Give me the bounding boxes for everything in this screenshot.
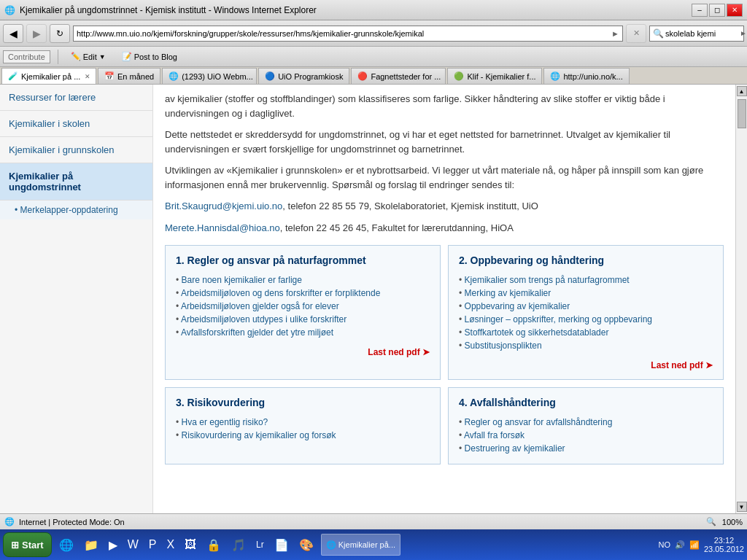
box-4-link-2[interactable]: Avfall fra forsøk xyxy=(464,430,525,440)
back-button[interactable]: ◀ xyxy=(3,24,23,43)
content-area: Ressurser for lærere Kjemikalier i skole… xyxy=(0,85,747,513)
box-4-link-1[interactable]: Regler og ansvar for avfallshåndtering xyxy=(465,417,613,427)
intro-text-3: Utviklingen av «Kjemikalier i grunnskole… xyxy=(165,163,724,192)
tab-favicon-2: 🌐 xyxy=(169,71,179,81)
address-input[interactable] xyxy=(77,29,611,38)
taskbar-lr-button[interactable]: Lr xyxy=(252,534,268,556)
box-1-pdf-link[interactable]: Last ned pdf ➤ xyxy=(368,347,430,357)
go-button[interactable]: ► xyxy=(611,29,619,38)
taskbar-media-button[interactable]: ▶ xyxy=(104,534,122,556)
tab-2[interactable]: 🌐 (1293) UiO Webm... xyxy=(162,68,257,84)
sidebar-item-kjemikalier-ungdomstrinnet[interactable]: Kjemikalier på ungdomstrinnet xyxy=(0,163,152,201)
intro-text-2: Dette nettstedet er skreddersydd for ung… xyxy=(165,128,724,156)
tab-4[interactable]: 🔴 Fagnettsteder for ... xyxy=(351,68,446,84)
scrollbar[interactable]: ▲ ▼ xyxy=(735,85,747,513)
taskbar-window-button[interactable]: 🌐 Kjemikalier på... xyxy=(321,534,400,556)
tab-5[interactable]: 🟢 Klif - Kjemikalier f... xyxy=(447,68,542,84)
box-2-link-2[interactable]: Merking av kjemikalier xyxy=(465,288,551,298)
search-input[interactable] xyxy=(665,29,738,38)
forward-button[interactable]: ▶ xyxy=(26,24,47,43)
sidebar-item-kjemikalier-skolen[interactable]: Kjemikalier i skolen xyxy=(0,111,152,137)
scroll-up-button[interactable]: ▲ xyxy=(737,86,747,96)
box-3-link-2[interactable]: Risikovurdering av kjemikalier og forsøk xyxy=(182,430,336,440)
zone-label: Internet | Protected Mode: On xyxy=(19,518,125,526)
list-item: Destruering av kjemikalier xyxy=(459,442,713,455)
box-1-link-2[interactable]: Arbeidsmiljøloven og dens forskrifter er… xyxy=(181,288,380,298)
address-bar: ► xyxy=(73,26,623,42)
tab-favicon-0: 🧪 xyxy=(8,71,18,81)
taskbar-excel-button[interactable]: X xyxy=(162,534,179,556)
tab-close-0[interactable]: ✕ xyxy=(85,73,90,80)
edit-button[interactable]: ✏️ Edit ▼ xyxy=(66,50,111,63)
box-1-link-3[interactable]: Arbeidsmiljøloven gjelder også for eleve… xyxy=(181,301,339,311)
contribute-button[interactable]: Contribute xyxy=(3,50,50,63)
post-to-blog-label: Post to Blog xyxy=(134,52,177,61)
stop-button[interactable]: ✕ xyxy=(626,24,646,43)
tab-favicon-6: 🌐 xyxy=(550,71,560,81)
taskbar-ppt-button[interactable]: P xyxy=(144,534,161,556)
box-1-link-5[interactable]: Avfallsforskriften gjelder det ytre milj… xyxy=(181,327,333,338)
tab-3[interactable]: 🔵 UiO Programkiosk xyxy=(258,68,349,84)
window-taskbar-icon: 🌐 xyxy=(326,540,336,550)
taskbar-pdf-button[interactable]: 📄 xyxy=(270,534,293,556)
box-2-link-5[interactable]: Stoffkartotek og sikkerhetsdatablader xyxy=(465,327,609,338)
scroll-down-button[interactable]: ▼ xyxy=(737,502,747,512)
contact-1-rest: , telefon 22 85 55 79, Skolelaboratoriet… xyxy=(282,201,538,211)
tab-favicon-5: 🟢 xyxy=(454,71,464,81)
box-2-link-3[interactable]: Oppbevaring av kjemikalier xyxy=(465,301,570,311)
edit-label: Edit xyxy=(83,52,97,61)
volume-icon[interactable]: 🔊 xyxy=(675,540,685,550)
list-item: Risikovurdering av kjemikalier og forsøk xyxy=(176,429,430,442)
box-2-link-6[interactable]: Substitusjonsplikten xyxy=(465,341,542,351)
tab-label-3: UiO Programkiosk xyxy=(278,72,343,81)
sidebar-item-kjemikalier-grunnskolen[interactable]: Kjemikalier i grunnskolen xyxy=(0,137,152,163)
title-bar: 🌐 Kjemikalier på ungdomstrinnet - Kjemis… xyxy=(0,0,747,20)
sidebar-item-ressurser[interactable]: Ressurser for lærere xyxy=(0,85,152,111)
tab-0[interactable]: 🧪 Kjemikalier på ... ✕ xyxy=(1,68,96,84)
refresh-button[interactable]: ↻ xyxy=(50,24,70,43)
time: 23:12 xyxy=(704,536,744,545)
box-2-list: Kjemikalier som trengs på naturfagrommet… xyxy=(459,273,713,352)
restore-button[interactable]: ◻ xyxy=(709,4,725,17)
contact-2-email-link[interactable]: Merete.Hannisdal@hioa.no xyxy=(165,222,280,233)
tab-6[interactable]: 🌐 http://unio.no/k... xyxy=(543,68,629,84)
taskbar-music-button[interactable]: 🎵 xyxy=(227,534,250,556)
network-icon[interactable]: 📶 xyxy=(689,540,700,550)
close-button[interactable]: ✕ xyxy=(727,4,743,17)
list-item: Arbeidsmiljøloven og dens forskrifter er… xyxy=(176,287,430,300)
intro-text-1: av kjemikalier (stoffer og stoffblanding… xyxy=(165,92,724,120)
search-go-icon[interactable]: ► xyxy=(740,29,747,37)
list-item: Avfall fra forsøk xyxy=(459,429,713,442)
list-item: Arbeidsmiljøloven utdypes i ulike forskr… xyxy=(176,313,430,326)
box-4-link-3[interactable]: Destruering av kjemikalier xyxy=(465,443,565,454)
list-item: Løsninger – oppskrifter, merking og oppb… xyxy=(459,313,713,326)
taskbar-ie-button[interactable]: 🌐 xyxy=(55,534,78,556)
start-button[interactable]: ⊞ Start xyxy=(3,532,52,557)
box-1-list: Bare noen kjemikalier er farlige Arbeids… xyxy=(176,273,430,339)
box-2-link-4[interactable]: Løsninger – oppskrifter, merking og oppb… xyxy=(465,314,652,324)
taskbar-folder-button[interactable]: 📁 xyxy=(80,534,103,556)
window-title: Kjemikalier på ungdomstrinnet - Kjemisk … xyxy=(20,5,317,15)
tab-label-2: (1293) UiO Webm... xyxy=(182,72,253,81)
scroll-thumb[interactable] xyxy=(738,99,746,128)
date: 23.05.2012 xyxy=(704,545,744,553)
minimize-button[interactable]: – xyxy=(692,4,708,17)
main-content: av kjemikalier (stoffer og stoffblanding… xyxy=(153,85,735,513)
post-to-blog-button[interactable]: 📝 Post to Blog xyxy=(117,50,182,63)
taskbar-lock-button[interactable]: 🔒 xyxy=(202,534,225,556)
box-2-pdf-link[interactable]: Last ned pdf ➤ xyxy=(651,360,713,370)
tab-1[interactable]: 📅 En måned xyxy=(98,68,160,84)
box-1-link-1[interactable]: Bare noen kjemikalier er farlige xyxy=(182,275,302,285)
contact-1-email-link[interactable]: Brit.Skaugrud@kjemi.uio.no xyxy=(165,201,282,211)
box-1-link-4[interactable]: Arbeidsmiljøloven utdypes i ulike forskr… xyxy=(181,314,347,324)
list-item: Stoffkartotek og sikkerhetsdatablader xyxy=(459,326,713,339)
box-3-link-1[interactable]: Hva er egentlig risiko? xyxy=(182,417,268,427)
taskbar-word-button[interactable]: W xyxy=(123,534,143,556)
taskbar-pic-button[interactable]: 🖼 xyxy=(180,534,201,556)
taskbar-color-button[interactable]: 🎨 xyxy=(295,534,318,556)
box-2-title: 2. Oppbevaring og håndtering xyxy=(459,254,713,266)
box-2-link-1[interactable]: Kjemikalier som trengs på naturfagrommet xyxy=(465,275,630,285)
box-1: 1. Regler og ansvar på naturfagrommet Ba… xyxy=(165,245,441,380)
tab-label-0: Kjemikalier på ... xyxy=(21,72,80,81)
sidebar-subitem-merkelapper[interactable]: Merkelapper-oppdatering xyxy=(0,201,152,219)
